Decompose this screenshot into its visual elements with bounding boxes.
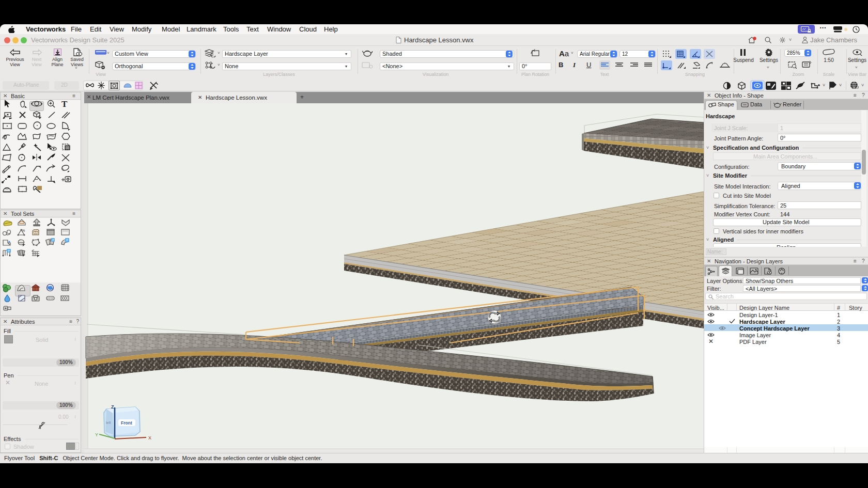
svg-text:Y: Y xyxy=(95,432,98,437)
svg-text:left: left xyxy=(106,421,111,424)
svg-text:Front: Front xyxy=(121,420,132,426)
svg-text:P: P xyxy=(8,249,10,253)
svg-text:%: % xyxy=(22,229,25,232)
svg-text:X: X xyxy=(148,435,151,440)
svg-text:Z: Z xyxy=(111,404,114,410)
svg-text:P: P xyxy=(66,239,68,242)
svg-text:P: P xyxy=(52,239,54,242)
svg-text:T: T xyxy=(61,100,68,109)
